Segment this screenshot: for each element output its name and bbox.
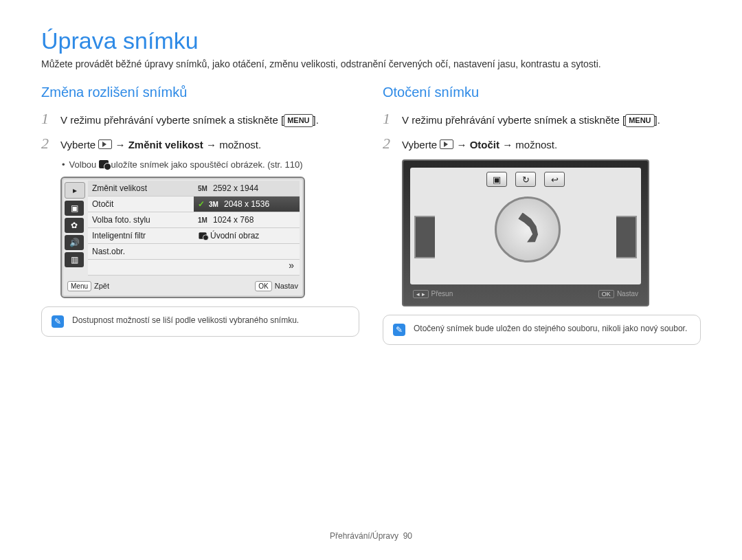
manual-page: Úprava snímku Můžete provádět běžné úpra… bbox=[0, 0, 742, 560]
footer-section: Přehrávání/Úpravy bbox=[330, 531, 398, 541]
step-text: V režimu přehrávání vyberte snímek a sti… bbox=[60, 113, 359, 127]
step-number: 2 bbox=[383, 135, 395, 153]
rotate-toolbar: ▣ ↻ ↩ bbox=[410, 172, 641, 187]
left-column: Změna rozlišení snímků 1 V režimu přehrá… bbox=[41, 85, 359, 345]
option-label: 1024 x 768 bbox=[213, 215, 254, 225]
ok-button: OK bbox=[598, 290, 614, 298]
footer-left: MenuZpět bbox=[67, 281, 109, 291]
step-text: Vyberte → Změnit velikost → možnost. bbox=[60, 137, 359, 152]
rotate-illustration: ▣ ↻ ↩ ◂ ▸Přesun OKNastav bbox=[402, 159, 649, 306]
sidebar-settings-icon: ✿ bbox=[65, 218, 84, 233]
page-footer: Přehrávání/Úpravy 90 bbox=[0, 531, 742, 541]
camera-menu-body: ▸ ▣ ✿ 🔊 ▥ Změnit velikost Otočit Volba f… bbox=[62, 178, 304, 276]
t: Nastav bbox=[617, 290, 638, 298]
option-label: Úvodní obraz bbox=[210, 231, 259, 240]
arrow-icon: → bbox=[206, 139, 216, 150]
footer-right: OKNastav bbox=[255, 281, 298, 291]
sidebar-display-icon: ▥ bbox=[65, 252, 84, 267]
nav-arrows-icon: ◂ ▸ bbox=[413, 290, 429, 298]
option-row: 1M 1024 x 768 bbox=[194, 212, 300, 228]
note-text: Otočený snímek bude uložen do stejného s… bbox=[414, 324, 687, 333]
left-step-2: 2 Vyberte → Změnit velikost → možnost. bbox=[41, 135, 359, 153]
rotate-dial-icon bbox=[495, 197, 561, 262]
t: možnost. bbox=[513, 139, 557, 150]
t: Přesun bbox=[431, 290, 453, 298]
t: Volbou bbox=[69, 159, 99, 170]
menu-item: Inteligentní filtr bbox=[88, 228, 194, 244]
ok-button: OK bbox=[255, 281, 271, 291]
t: V režimu přehrávání vyberte snímek a sti… bbox=[402, 114, 625, 126]
menu-more-icon: » bbox=[194, 260, 300, 276]
check-icon: ✓ bbox=[198, 199, 205, 209]
arrow-icon: → bbox=[502, 139, 513, 150]
startup-image-icon bbox=[99, 160, 109, 168]
rotate-thumb-left bbox=[414, 216, 456, 258]
intro-text: Můžete provádět běžné úpravy snímků, jak… bbox=[41, 58, 701, 69]
option-row: Úvodní obraz bbox=[194, 228, 300, 244]
option-row-selected: ✓ 3M 2048 x 1536 bbox=[194, 197, 300, 212]
res-icon: 1M bbox=[198, 216, 210, 224]
step-number: 2 bbox=[41, 135, 54, 153]
play-mode-icon bbox=[98, 139, 112, 149]
note-text: Dostupnost možností se liší podle veliko… bbox=[72, 315, 299, 325]
t: ]. bbox=[313, 114, 319, 126]
menu-item: Volba foto. stylu bbox=[88, 212, 194, 228]
menu-list: Změnit velikost Otočit Volba foto. stylu… bbox=[88, 181, 194, 276]
play-mode-icon bbox=[440, 139, 453, 149]
rotate-reset-icon: ▣ bbox=[486, 172, 507, 187]
menu-button-label: MENU bbox=[625, 114, 654, 127]
right-step-2: 2 Vyberte → Otočit → možnost. bbox=[383, 135, 701, 153]
footer-right: OKNastav bbox=[598, 290, 638, 298]
right-step-1: 1 V režimu přehrávání vyberte snímek a s… bbox=[383, 110, 701, 128]
option-label: 2048 x 1536 bbox=[224, 199, 269, 209]
rotate-left-icon: ↩ bbox=[544, 172, 565, 187]
note-icon: ✎ bbox=[393, 324, 405, 336]
rotate-thumb-right bbox=[596, 216, 637, 258]
t: Zpět bbox=[94, 282, 109, 290]
step-number: 1 bbox=[383, 110, 395, 128]
menu-item: Otočit bbox=[88, 197, 194, 212]
t: možnost. bbox=[216, 139, 261, 150]
rotate-right-icon: ↻ bbox=[515, 172, 536, 187]
sidebar-sound-icon: 🔊 bbox=[65, 235, 84, 250]
page-title: Úprava snímku bbox=[41, 27, 701, 54]
step-text: V režimu přehrávání vyberte snímek a sti… bbox=[402, 113, 701, 127]
res-icon: 3M bbox=[209, 201, 221, 208]
menu-button-label: MENU bbox=[284, 114, 313, 127]
t: Nastav bbox=[275, 282, 298, 290]
left-step-1: 1 V režimu přehrávání vyberte snímek a s… bbox=[41, 110, 359, 128]
t: uložíte snímek jako spouštěcí obrázek. (… bbox=[109, 159, 303, 170]
step-number: 1 bbox=[41, 110, 54, 128]
step-text: Vyberte → Otočit → možnost. bbox=[402, 137, 701, 152]
camera-lists: Změnit velikost Otočit Volba foto. stylu… bbox=[88, 181, 300, 276]
sidebar-play-icon: ▸ bbox=[65, 182, 85, 199]
menu-item: Nast.obr. bbox=[88, 244, 194, 260]
rotate-footer: ◂ ▸Přesun OKNastav bbox=[410, 290, 641, 298]
note-icon: ✎ bbox=[52, 315, 64, 328]
bold: Změnit velikost bbox=[125, 139, 206, 150]
res-icon: 5M bbox=[198, 185, 210, 192]
arrow-icon: → bbox=[115, 139, 125, 150]
menu-item: Změnit velikost bbox=[88, 181, 194, 197]
camera-menu-footer: MenuZpět OKNastav bbox=[62, 276, 304, 297]
option-label: 2592 x 1944 bbox=[213, 183, 258, 193]
footer-page-number: 90 bbox=[403, 531, 412, 541]
menu-spacer bbox=[194, 244, 300, 260]
bold: Otočit bbox=[466, 139, 502, 150]
options-list: 5M 2592 x 1944 ✓ 3M 2048 x 1536 1M 1024 … bbox=[194, 181, 300, 276]
left-note: ✎ Dostupnost možností se liší podle veli… bbox=[41, 306, 359, 337]
t: Vyberte bbox=[60, 139, 98, 150]
right-column: Otočení snímku 1 V režimu přehrávání vyb… bbox=[383, 85, 701, 345]
startup-image-icon bbox=[199, 232, 206, 239]
left-heading: Změna rozlišení snímků bbox=[41, 85, 359, 100]
menu-spacer bbox=[88, 260, 194, 276]
camera-menu-illustration: ▸ ▣ ✿ 🔊 ▥ Změnit velikost Otočit Volba f… bbox=[60, 177, 305, 298]
right-note: ✎ Otočený snímek bude uložen do stejného… bbox=[383, 315, 701, 345]
t: V režimu přehrávání vyberte snímek a sti… bbox=[60, 114, 284, 126]
columns: Změna rozlišení snímků 1 V režimu přehrá… bbox=[41, 85, 701, 345]
footer-left: ◂ ▸Přesun bbox=[413, 290, 453, 298]
right-heading: Otočení snímku bbox=[383, 85, 701, 100]
bullet-icon: • bbox=[62, 159, 65, 170]
t: ]. bbox=[655, 114, 660, 126]
menu-back-button: Menu bbox=[67, 281, 91, 291]
